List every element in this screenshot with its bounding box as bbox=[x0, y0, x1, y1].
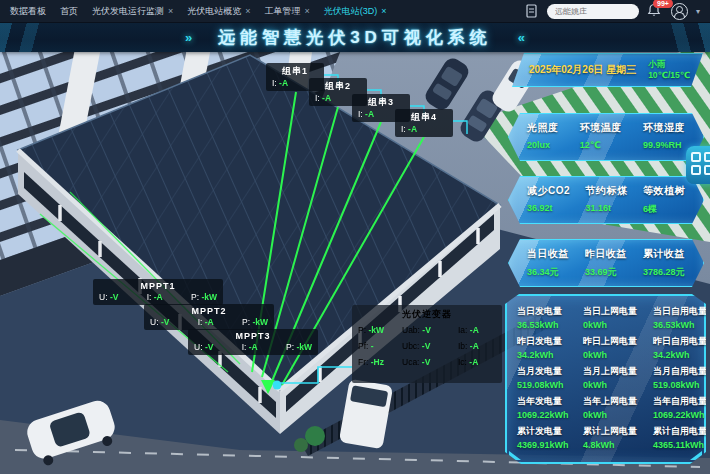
apps-grid-icon[interactable] bbox=[686, 146, 710, 184]
user-avatar[interactable] bbox=[671, 3, 688, 20]
string-name: 组串4 bbox=[401, 111, 447, 124]
stat-cell: 累计自用电量4365.11kWh bbox=[653, 425, 707, 450]
inverter-title: 光伏逆变器 bbox=[358, 308, 496, 321]
env-illuminance: 光照度20lux bbox=[527, 121, 559, 150]
env-humidity: 环境湿度99.9%RH bbox=[643, 121, 685, 150]
mppt-tag-1[interactable]: MPPT1 U: -V I: -A P: -kW bbox=[93, 279, 223, 305]
environment-panel: 光照度20lux 环境温度12℃ 环境湿度99.9%RH bbox=[508, 113, 704, 161]
energy-stats-panel: 当日发电量36.53kWh 当日上网电量0kWh 当日自用电量36.53kWh … bbox=[505, 294, 706, 464]
close-icon[interactable]: × bbox=[305, 6, 310, 16]
chevron-down-icon[interactable]: ▾ bbox=[696, 7, 700, 16]
page-title: 远能智慧光伏3D可视化系统 bbox=[218, 26, 492, 49]
mppt-name: MPPT3 bbox=[194, 331, 312, 341]
notification-bell[interactable]: 99+ bbox=[647, 3, 663, 19]
tab-work-orders[interactable]: 工单管理× bbox=[265, 5, 310, 18]
close-icon[interactable]: × bbox=[168, 6, 173, 16]
mppt-tag-3[interactable]: MPPT3 U: -V I: -A P: -kW bbox=[188, 329, 318, 355]
tab-pv-monitor[interactable]: 光伏发电运行监测× bbox=[92, 5, 173, 18]
stat-cell: 当月自用电量519.08kWh bbox=[653, 365, 707, 390]
tab-pv-3d[interactable]: 光伏电站(3D)× bbox=[324, 5, 387, 18]
tab-strip: 数据看板 首页 光伏发电运行监测× 光伏电站概览× 工单管理× 光伏电站(3D)… bbox=[0, 5, 525, 18]
string-tag-4[interactable]: 组串4 I: -A bbox=[395, 109, 453, 137]
stat-cell: 当日自用电量36.53kWh bbox=[653, 305, 707, 330]
tab-label: 工单管理 bbox=[265, 5, 301, 18]
stat-cell: 累计发电量4369.91kWh bbox=[517, 425, 583, 450]
stat-cell: 当月上网电量0kWh bbox=[583, 365, 653, 390]
weather-text: 小雨 10℃/15℃ bbox=[648, 59, 690, 80]
close-icon[interactable]: × bbox=[245, 6, 250, 16]
tab-label: 首页 bbox=[60, 5, 78, 18]
decor-right-chevrons-icon: » bbox=[185, 30, 192, 45]
stat-cell: 当年发电量1069.22kWh bbox=[517, 395, 583, 420]
tab-label: 数据看板 bbox=[10, 5, 46, 18]
env-temperature: 环境温度12℃ bbox=[580, 121, 622, 150]
close-icon[interactable]: × bbox=[381, 6, 386, 16]
search-input[interactable] bbox=[547, 4, 639, 19]
page-header: » 远能智慧光伏3D可视化系统 « bbox=[0, 22, 710, 52]
topbar-actions: 99+ ▾ bbox=[525, 3, 710, 20]
string-name: 组串3 bbox=[358, 96, 404, 109]
tab-pv-overview[interactable]: 光伏电站概览× bbox=[187, 5, 250, 18]
stat-cell: 当年自用电量1069.22kWh bbox=[653, 395, 707, 420]
stat-cell: 当日上网电量0kWh bbox=[583, 305, 653, 330]
tab-home[interactable]: 首页 bbox=[60, 5, 78, 18]
co2-reduction: 减少CO236.92t bbox=[527, 184, 570, 216]
bush bbox=[294, 438, 308, 452]
stat-cell: 当年上网电量0kWh bbox=[583, 395, 653, 420]
stat-cell: 昨日发电量34.2kWh bbox=[517, 335, 583, 360]
mppt-name: MPPT1 bbox=[99, 281, 217, 291]
tab-label: 光伏电站(3D) bbox=[324, 5, 378, 18]
top-nav-bar: 数据看板 首页 光伏发电运行监测× 光伏电站概览× 工单管理× 光伏电站(3D)… bbox=[0, 0, 710, 22]
report-icon[interactable] bbox=[525, 4, 539, 18]
date-text: 2025年02月26日 星期三 bbox=[529, 63, 648, 77]
stat-cell: 昨日上网电量0kWh bbox=[583, 335, 653, 360]
stat-cell: 昨日自用电量34.2kWh bbox=[653, 335, 707, 360]
notification-badge: 99+ bbox=[653, 0, 673, 8]
bush bbox=[305, 426, 325, 446]
income-total: 累计收益3786.28元 bbox=[643, 247, 685, 279]
coal-saved: 节约标煤31.16t bbox=[586, 184, 628, 216]
income-panel: 当日收益36.34元 昨日收益33.69元 累计收益3786.28元 bbox=[508, 239, 704, 287]
date-weather-panel: 2025年02月26日 星期三 小雨 10℃/15℃ bbox=[512, 53, 703, 87]
tab-label: 光伏电站概览 bbox=[187, 5, 241, 18]
trees-equivalent: 等效植树6棵 bbox=[643, 184, 685, 216]
stat-cell: 当日发电量36.53kWh bbox=[517, 305, 583, 330]
tab-label: 光伏发电运行监测 bbox=[92, 5, 164, 18]
tab-data-board[interactable]: 数据看板 bbox=[10, 5, 46, 18]
mppt-tag-2[interactable]: MPPT2 U: -V I: -A P: -kW bbox=[144, 304, 274, 330]
mppt-name: MPPT2 bbox=[150, 306, 268, 316]
string-name: 组串1 bbox=[272, 65, 318, 78]
pv-3d-dashboard: 数据看板 首页 光伏发电运行监测× 光伏电站概览× 工单管理× 光伏电站(3D)… bbox=[0, 0, 710, 474]
income-today: 当日收益36.34元 bbox=[527, 247, 569, 279]
stat-cell: 当月发电量519.08kWh bbox=[517, 365, 583, 390]
decor-left-chevrons-icon: « bbox=[518, 30, 525, 45]
inverter-panel[interactable]: 光伏逆变器 P: -kW Uab: -V Ia: -A Pf: - Ubc: -… bbox=[352, 305, 502, 383]
string-name: 组串2 bbox=[315, 80, 361, 93]
stat-cell: 累计上网电量4.8kWh bbox=[583, 425, 653, 450]
connector-node bbox=[273, 381, 282, 390]
benefit-panel: 减少CO236.92t 节约标煤31.16t 等效植树6棵 bbox=[508, 176, 704, 224]
income-yesterday: 昨日收益33.69元 bbox=[585, 247, 627, 279]
